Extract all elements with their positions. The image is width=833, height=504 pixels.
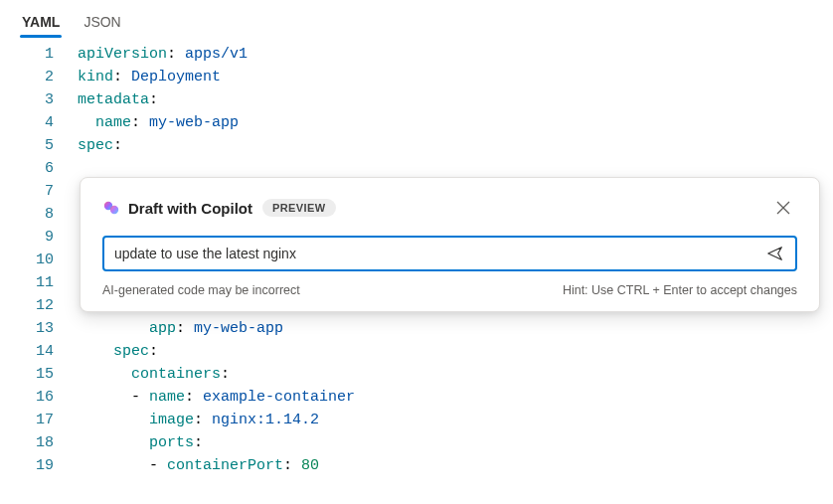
line-number: 19 <box>0 454 54 477</box>
tab-json[interactable]: JSON <box>82 8 122 38</box>
copilot-icon <box>102 199 120 217</box>
send-icon <box>766 245 784 262</box>
code-line[interactable]: app: my-web-app <box>78 317 833 340</box>
line-gutter: 12345678910111213141516171819 <box>0 43 78 477</box>
code-line[interactable]: - name: example-container <box>78 386 833 409</box>
code-line[interactable]: name: my-web-app <box>78 111 833 134</box>
code-line[interactable]: spec: <box>78 340 833 363</box>
line-number: 2 <box>0 66 54 88</box>
line-number: 7 <box>0 180 54 203</box>
line-number: 9 <box>0 226 54 249</box>
line-number: 1 <box>0 43 54 66</box>
code-line[interactable]: apiVersion: apps/v1 <box>78 43 833 66</box>
line-number: 5 <box>0 134 54 157</box>
line-number: 18 <box>0 431 54 454</box>
line-number: 6 <box>0 157 54 180</box>
close-button[interactable] <box>769 194 797 222</box>
line-number: 4 <box>0 111 54 134</box>
line-number: 8 <box>0 203 54 226</box>
line-number: 10 <box>0 249 54 271</box>
keyboard-hint: Hint: Use CTRL + Enter to accept changes <box>563 283 797 297</box>
code-line[interactable]: kind: Deployment <box>78 66 833 88</box>
svg-point-1 <box>110 206 118 214</box>
prompt-input[interactable] <box>114 246 761 261</box>
line-number: 16 <box>0 386 54 409</box>
line-number: 3 <box>0 88 54 111</box>
popup-title: Draft with Copilot <box>128 200 252 217</box>
preview-badge: PREVIEW <box>262 199 336 217</box>
code-line[interactable]: ports: <box>78 431 833 454</box>
popup-header: Draft with Copilot PREVIEW <box>102 194 797 222</box>
line-number: 17 <box>0 409 54 431</box>
line-number: 12 <box>0 294 54 317</box>
code-line[interactable]: metadata: <box>78 88 833 111</box>
code-line[interactable]: image: nginx:1.14.2 <box>78 409 833 431</box>
copilot-popup: Draft with Copilot PREVIEW AI-generated … <box>80 177 820 312</box>
prompt-input-wrap <box>102 236 797 271</box>
format-tabs: YAML JSON <box>0 0 833 39</box>
line-number: 11 <box>0 271 54 294</box>
line-number: 14 <box>0 340 54 363</box>
close-icon <box>776 201 790 215</box>
ai-disclaimer: AI-generated code may be incorrect <box>102 283 300 297</box>
code-line[interactable]: spec: <box>78 134 833 157</box>
line-number: 15 <box>0 363 54 386</box>
send-button[interactable] <box>761 240 789 267</box>
code-line[interactable]: containers: <box>78 363 833 386</box>
popup-footer: AI-generated code may be incorrect Hint:… <box>102 283 797 297</box>
line-number: 13 <box>0 317 54 340</box>
code-line[interactable]: - containerPort: 80 <box>78 454 833 477</box>
tab-yaml[interactable]: YAML <box>20 8 62 38</box>
